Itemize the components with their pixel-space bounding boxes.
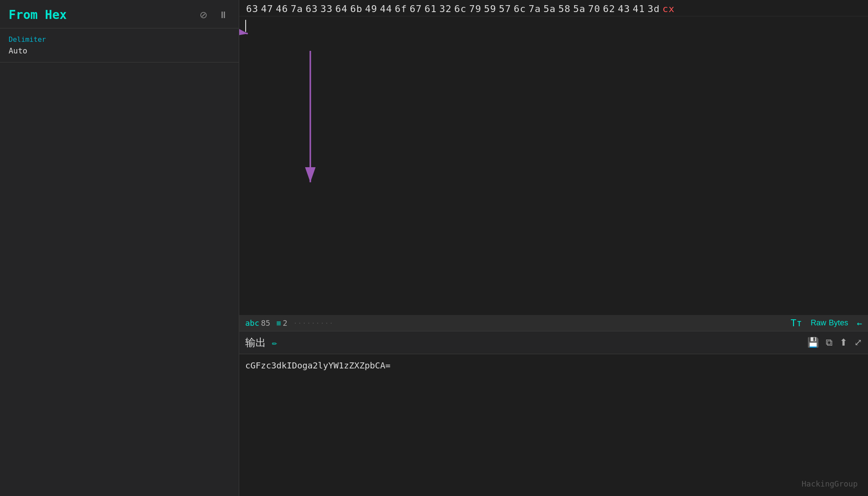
left-body [0, 62, 239, 496]
status-right: Tт Raw Bytes ← [790, 318, 862, 328]
hex-token: 63 [305, 3, 319, 14]
output-statusbar: abc 85 ≡ 2 ········· Tт Raw Bytes ← [239, 315, 868, 331]
output-header-row: 输出 ✏️ 💾 ⧉ ⬆ ⤢ [239, 331, 868, 354]
panel-title: From Hex [9, 8, 67, 22]
output-left: 输出 ✏️ [245, 336, 277, 349]
paste-button[interactable]: ⬆ [840, 337, 847, 348]
font-size-icon: Tт [790, 318, 802, 328]
lines-status: ≡ 2 [276, 318, 287, 328]
hex-token: 58 [558, 3, 572, 14]
hex-token: 62 [602, 3, 616, 14]
hex-token: 6c [513, 3, 527, 14]
hex-token: 6c [453, 3, 468, 14]
pause-button[interactable]: ⏸ [216, 8, 230, 22]
hex-token: 61 [424, 3, 438, 14]
hex-token: cx [662, 3, 676, 14]
delimiter-value: Auto [9, 46, 230, 55]
save-button[interactable]: 💾 [807, 337, 819, 348]
lines-count: 2 [283, 318, 287, 328]
output-text-value: cGFzc3dkIDoga2lyYW1zZXZpbCA= [245, 360, 390, 371]
delimiter-section: Delimiter Auto [0, 28, 239, 62]
abc-count: 85 [261, 318, 271, 328]
hex-token: 3d [647, 3, 661, 14]
lines-icon: ≡ [276, 318, 281, 328]
hex-token: 46 [275, 3, 289, 14]
dots-separator: ········· [293, 320, 334, 327]
hex-token: 7a [528, 3, 542, 14]
expand-button[interactable]: ⤢ [854, 337, 862, 348]
right-panel: 6347467a6333646b49446f6761326c7959576c7a… [239, 0, 868, 496]
hex-token: 33 [320, 3, 334, 14]
hex-header-row: 6347467a6333646b49446f6761326c7959576c7a… [239, 0, 868, 16]
hex-token: 43 [617, 3, 631, 14]
raw-label: Raw [811, 318, 826, 328]
hex-token: 47 [260, 3, 275, 14]
copy-button[interactable]: ⧉ [826, 337, 833, 348]
bytes-label: Bytes [829, 318, 848, 328]
hex-token: 64 [334, 3, 349, 14]
abc-icon: abc [245, 318, 259, 328]
left-header: From Hex ⊘ ⏸ [0, 0, 239, 28]
disable-button[interactable]: ⊘ [197, 8, 210, 22]
hex-input-area[interactable]: 6347467a6333646b49446f6761326c7959576c7a… [239, 0, 868, 315]
annotation-arrows [239, 16, 868, 315]
hex-token: 7a [290, 3, 304, 14]
right-main: 6347467a6333646b49446f6761326c7959576c7a… [239, 0, 868, 496]
watermark: HackingGroup [802, 479, 858, 488]
arrow-left-icon: ← [857, 318, 862, 328]
svg-line-2 [239, 16, 248, 34]
hex-token: 32 [439, 3, 453, 14]
hex-token: 67 [409, 3, 423, 14]
hex-token: 70 [587, 3, 602, 14]
output-content: cGFzc3dkIDoga2lyYW1zZXZpbCA= [239, 354, 868, 432]
magic-wand-icon[interactable]: ✏️ [272, 337, 277, 348]
hex-token: 49 [364, 3, 378, 14]
hex-token: 59 [483, 3, 497, 14]
hex-token: 57 [498, 3, 512, 14]
raw-bytes-button[interactable]: Raw Bytes [811, 318, 848, 328]
hex-content[interactable] [239, 16, 868, 315]
hex-token: 5a [543, 3, 557, 14]
cursor [245, 20, 246, 32]
hex-token: 79 [468, 3, 483, 14]
delimiter-label: Delimiter [9, 35, 230, 44]
hex-token: 6f [394, 3, 408, 14]
hex-token: 6b [350, 3, 364, 14]
hex-token: 5a [572, 3, 587, 14]
abc-status: abc 85 [245, 318, 270, 328]
output-actions: 💾 ⧉ ⬆ ⤢ [807, 337, 862, 348]
bottom-output: abc 85 ≡ 2 ········· Tт Raw Bytes ← [239, 315, 868, 496]
left-panel: From Hex ⊘ ⏸ Delimiter Auto [0, 0, 239, 496]
header-icons: ⊘ ⏸ [197, 8, 230, 22]
hex-token: 63 [245, 3, 259, 14]
hex-token: 41 [632, 3, 646, 14]
hex-token: 44 [379, 3, 393, 14]
output-label: 输出 [245, 336, 266, 349]
